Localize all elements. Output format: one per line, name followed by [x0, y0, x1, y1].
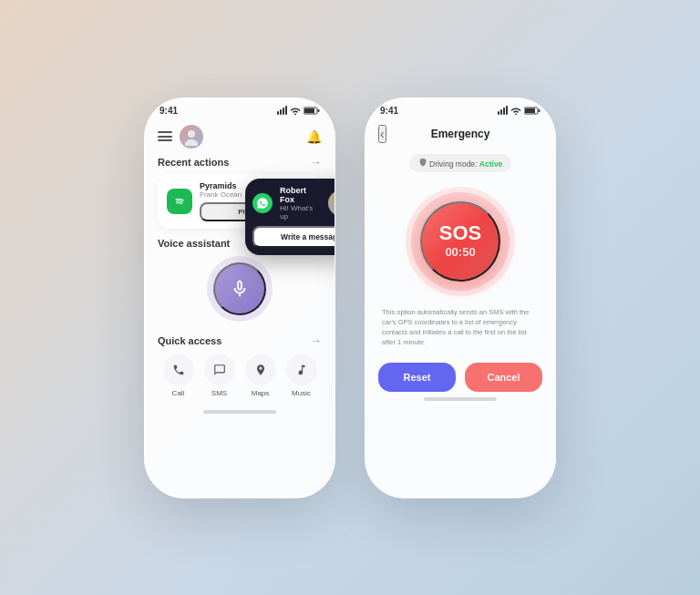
quick-access-section: Quick access → Call SMS — [145, 331, 335, 405]
cancel-button[interactable]: Cancel — [465, 363, 542, 392]
header-left[interactable] — [158, 125, 203, 149]
home-indicator-right — [424, 397, 497, 401]
reset-button[interactable]: Reset — [378, 363, 456, 392]
status-time-right: 9:41 — [380, 106, 398, 116]
sos-description: This option automatically sends an SMS w… — [365, 307, 555, 348]
driving-mode-status: Active — [479, 159, 503, 169]
popup-contact-info: Robert Fox Hi! What's up — [280, 186, 321, 221]
phone-right: 9:41 ‹ Emergency — [365, 97, 556, 498]
status-bar-left: 9:41 — [145, 98, 335, 119]
call-label: Call — [172, 389, 185, 397]
back-button[interactable]: ‹ — [378, 125, 386, 143]
voice-mic-button[interactable] — [213, 262, 266, 315]
recent-actions-header: Recent actions → — [145, 156, 335, 174]
sos-outer-ring: SOS 00:50 — [411, 192, 510, 291]
popup-message: Hi! What's up — [280, 204, 321, 221]
sos-glow: SOS 00:50 — [406, 187, 515, 296]
whatsapp-popup: Robert Fox Hi! What's up ⋮ Write a messa… — [245, 179, 335, 255]
sos-button[interactable]: SOS 00:50 — [420, 201, 500, 282]
right-phone-header: ‹ Emergency — [365, 119, 555, 147]
whatsapp-icon — [252, 193, 273, 213]
sos-timer: 00:50 — [445, 245, 475, 259]
svg-point-3 — [188, 130, 195, 138]
recent-actions-arrow[interactable]: → — [311, 156, 322, 169]
emergency-title: Emergency — [431, 128, 490, 140]
phone-header-left: 🔔 — [145, 119, 335, 156]
svg-point-4 — [185, 139, 198, 146]
status-bar-right: 9:41 — [365, 98, 555, 119]
popup-avatar — [328, 190, 335, 216]
battery-icon-right — [524, 107, 540, 115]
wifi-icon — [290, 107, 301, 115]
svg-rect-1 — [318, 109, 320, 112]
driving-mode-label: Driving mode: — [429, 159, 477, 169]
maps-label: Maps — [252, 389, 270, 397]
music-icon — [286, 354, 317, 385]
svg-rect-2 — [304, 108, 314, 113]
sms-icon — [204, 354, 235, 385]
battery-icon — [304, 107, 320, 115]
wifi-icon-right — [510, 107, 521, 115]
write-message-button[interactable]: Write a message — [252, 226, 335, 248]
quick-access-header: Quick access → — [158, 334, 322, 347]
svg-rect-7 — [539, 109, 540, 112]
quick-item-music[interactable]: Music — [286, 354, 317, 397]
notification-bell-icon[interactable]: 🔔 — [306, 129, 322, 144]
spotify-icon — [167, 189, 192, 214]
popup-header: Robert Fox Hi! What's up ⋮ — [252, 186, 335, 221]
status-time-left: 9:41 — [160, 106, 178, 116]
hamburger-menu[interactable] — [158, 131, 172, 141]
svg-rect-8 — [525, 108, 535, 113]
voice-button-wrap — [158, 256, 322, 322]
sos-text: SOS — [439, 223, 481, 243]
signal-bars-right — [498, 106, 508, 115]
sms-label: SMS — [211, 389, 227, 397]
music-label: Music — [292, 389, 311, 397]
voice-outer-ring — [207, 256, 273, 322]
quick-item-sms[interactable]: SMS — [204, 354, 235, 397]
maps-icon — [245, 354, 276, 385]
popup-contact-name: Robert Fox — [280, 186, 321, 204]
quick-item-call[interactable]: Call — [163, 354, 194, 397]
status-icons-right — [498, 106, 540, 115]
phones-container: 9:41 — [144, 97, 556, 498]
shield-icon — [418, 158, 427, 167]
quick-access-items: Call SMS Maps — [158, 354, 322, 397]
avatar-image — [182, 128, 201, 146]
driving-badge-wrap: Driving mode: Active — [365, 154, 555, 172]
signal-bars — [277, 106, 287, 115]
mic-icon — [230, 279, 250, 299]
status-icons-left — [277, 106, 320, 115]
call-icon — [163, 354, 194, 385]
quick-access-arrow[interactable]: → — [311, 334, 322, 347]
home-indicator-left — [203, 410, 276, 414]
sos-container: SOS 00:50 — [365, 187, 555, 296]
driving-mode-badge: Driving mode: Active — [409, 154, 512, 172]
quick-access-title: Quick access — [158, 335, 221, 346]
phone-left: 9:41 — [144, 97, 335, 498]
avatar[interactable] — [180, 125, 203, 149]
quick-item-maps[interactable]: Maps — [245, 354, 276, 397]
action-buttons: Reset Cancel — [365, 363, 555, 392]
recent-actions-title: Recent actions — [158, 157, 229, 168]
